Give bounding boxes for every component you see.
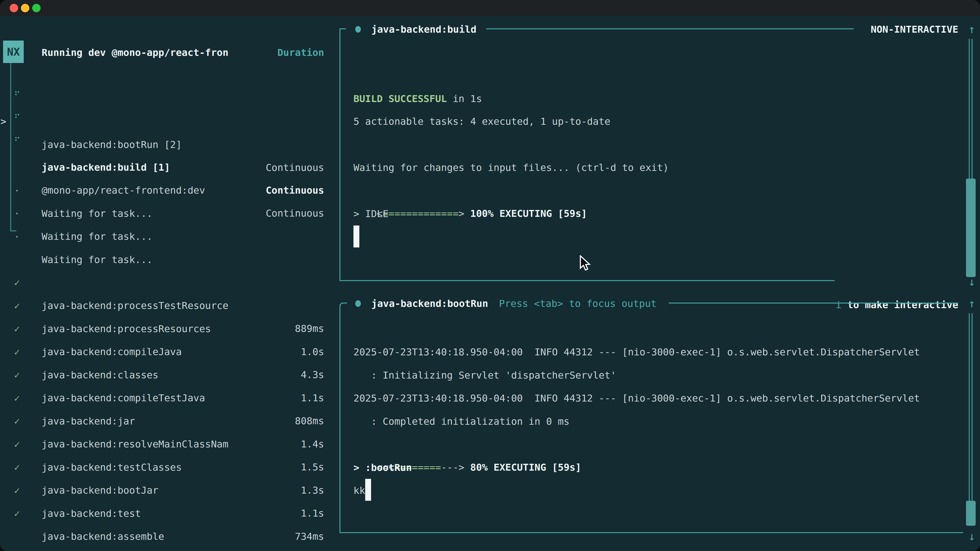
task-label: java-backend:test [41,502,141,525]
bootrun-panel-title[interactable]: java-backend:bootRun [371,292,488,315]
log-line: : Initializing Servlet 'dispatcherServle… [353,364,616,387]
progress-bar-fill: ============= [383,208,458,219]
completed-task-row[interactable]: ✓ java-backend:bootJar 1.1s [0,433,331,456]
bootrun-scrollbar-track[interactable] [969,313,973,501]
build-tasks-line: 5 actionable tasks: 4 executed, 1 up-to-… [353,110,611,133]
nx-logo: NX [3,41,24,63]
task-label: java-backend:assemble [41,525,164,548]
build-scroll-down-icon[interactable]: ↓ [966,270,977,293]
build-progress-line: <=============> 100% EXECUTING [59s] [353,179,587,202]
bootrun-scroll-down-icon[interactable]: ↓ [966,525,977,548]
zoom-button[interactable] [32,4,41,12]
build-panel-mode-label: NON-INTERACTIVE [842,18,958,41]
task-duration: 1.1s [230,502,324,525]
build-panel-top-border [486,28,854,29]
interactive-hint: i to make interactive [765,270,958,293]
completed-task-row[interactable]: ✓ java-backend:classes 1.1s [0,318,331,341]
build-terminal-cursor [353,225,360,248]
interactive-hint-key: i [836,299,842,310]
bullet-icon: · [14,225,20,248]
log-line: 2025-07-23T13:40:18.950-04:00 INFO 44312… [353,387,920,410]
bootrun-scroll-up-icon[interactable]: ↑ [966,292,977,315]
bootrun-progress-line: <<<========---> 80% EXECUTING [59s] [353,433,581,456]
completed-task-row[interactable]: ✓ java-backend:testClasses 1.3s [0,410,331,433]
bootrun-focus-hint: Press <tab> to focus output [499,292,657,315]
bootrun-panel-top-border [669,303,958,303]
build-scrollbar-thumb[interactable] [966,179,976,277]
bootrun-command-line: > :bootRun [353,456,412,479]
bootrun-terminal-cursor [365,479,371,501]
build-scrollbar-track[interactable] [969,39,973,179]
bootrun-panel-corner [339,303,347,310]
build-panel-title[interactable]: java-backend:build [371,18,476,41]
spinner-icon: ⠋ [14,106,21,129]
progress-label: 80% EXECUTING [59s] [465,462,581,473]
completed-task-row[interactable]: ✓ java-backend:compileTestJava 808ms [0,341,331,364]
close-button[interactable] [10,4,18,12]
build-scroll-up-icon[interactable]: ↑ [966,18,977,41]
task-row-frontend-dev[interactable]: ⠋ @mono-app/react-frontend:dev Continuou… [0,133,331,156]
completed-task-row[interactable]: ✓ java-backend:compileJava 4.3s [0,294,331,318]
log-line: : Completed initialization in 0 ms [353,410,570,433]
waiting-task-row: · Waiting for task... [0,179,331,202]
build-waiting-line: Waiting for changes to input files... (c… [353,156,669,179]
bootrun-scrollbar-thumb[interactable] [966,501,976,526]
keyboard-hints: quit: q help: ? [204,523,324,546]
waiting-task-row: · Waiting for task... [0,202,331,225]
build-panel-bottom-border [339,280,835,281]
spinner-icon: ⠋ [14,84,21,106]
bootrun-panel-left-border [339,306,340,533]
bootrun-input-text[interactable]: kk [353,479,365,502]
task-row-build-selected[interactable]: ⠋ java-backend:build [1] Continuous [0,110,331,133]
task-row-bootrun[interactable]: ⠋ java-backend:bootRun [2] Continuous [0,87,331,110]
terminal-window: NX Running dev @mono-app/react-fron Dura… [0,0,980,551]
check-icon: ✓ [14,502,20,525]
completed-task-row[interactable]: ✓ java-backend:resolveMainClassNam 1.5s [0,387,331,410]
mouse-cursor [579,255,594,272]
build-successful-text: BUILD SUCCESSFUL [353,93,447,104]
task-list-title: Running dev @mono-app/react-fron [41,41,228,64]
completed-task-row[interactable]: ✓ java-backend:test 734ms [0,456,331,479]
log-line: 2025-07-23T13:40:18.950-04:00 INFO 44312… [353,341,920,364]
bootrun-panel-bottom-border [339,532,963,533]
build-success-line: BUILD SUCCESSFUL in 1s [353,87,482,110]
waiting-label: Waiting for task... [41,225,153,248]
spinner-icon: ⠋ [14,129,21,152]
pagination: ← 1/2 → [7,523,54,546]
build-panel-status-dot [355,26,361,33]
duration-column-header: Duration [230,41,324,64]
bootrun-panel-status-dot [355,300,361,307]
minimize-button[interactable] [21,4,29,12]
completed-task-row[interactable]: ✓ java-backend:processResources 1.0s [0,272,331,294]
completed-task-row[interactable]: ✓ java-backend:jar 1.4s [0,364,331,387]
build-panel-left-border [339,28,340,281]
waiting-task-row: · Waiting for task... [0,156,331,179]
title-bar [0,0,980,16]
build-idle-line: > IDLE [353,202,388,225]
progress-label: 100% EXECUTING [59s] [465,208,587,219]
completed-task-row[interactable]: ✓ java-backend:assemble 774ms [0,479,331,502]
completed-task-row[interactable]: ✓ java-backend:processTestResource 889ms [0,248,331,271]
interactive-hint-text: to make interactive [842,299,958,310]
